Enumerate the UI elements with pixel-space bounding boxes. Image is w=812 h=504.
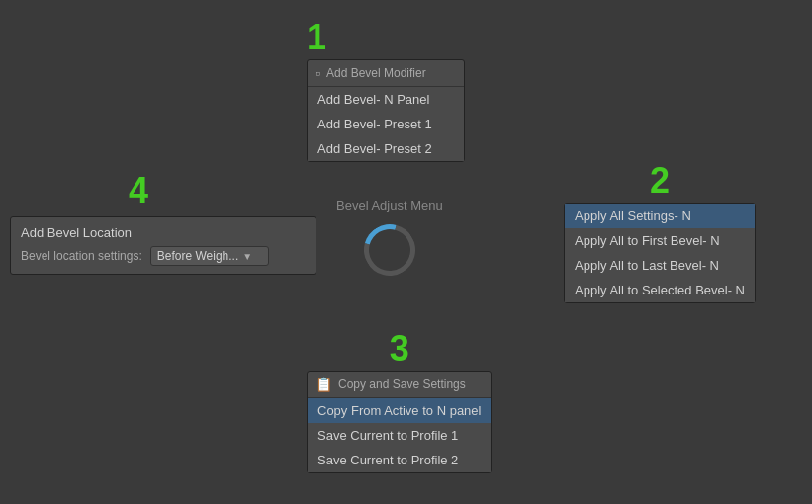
menu-item-add-bevel-preset1[interactable]: Add Bevel- Preset 1 [308, 112, 464, 136]
menu-item-apply-all-settings[interactable]: Apply All Settings- N [565, 204, 755, 228]
add-bevel-menu-header: ▫ Add Bevel Modifier [308, 60, 464, 86]
section-2: 2 Apply All Settings- N Apply All to Fir… [564, 163, 756, 303]
menu-item-apply-all-selected[interactable]: Apply All to Selected Bevel- N [565, 278, 755, 302]
step-4-number: 4 [129, 173, 316, 209]
menu-item-copy-from-active[interactable]: Copy From Active to N panel [308, 398, 491, 423]
menu-item-apply-all-last[interactable]: Apply All to Last Bevel- N [565, 253, 755, 278]
dropdown-value: Before Weigh... [157, 249, 239, 263]
copy-icon: 📋 [316, 377, 332, 392]
menu-item-add-bevel-n-panel[interactable]: Add Bevel- N Panel [308, 87, 464, 112]
spinner-icon [354, 214, 424, 285]
step-1-number: 1 [307, 20, 326, 55]
step-2-number: 2 [564, 163, 756, 199]
bevel-icon: ▫ [316, 65, 320, 81]
bevel-location-dropdown[interactable]: Before Weigh... ▼ [150, 246, 269, 266]
copy-save-menu: 📋 Copy and Save Settings Copy From Activ… [307, 371, 492, 473]
bevel-location-title: Add Bevel Location [21, 225, 306, 240]
section-3: 3 📋 Copy and Save Settings Copy From Act… [307, 331, 492, 473]
section-1: 1 ▫ Add Bevel Modifier Add Bevel- N Pane… [307, 20, 465, 162]
menu-item-add-bevel-preset2[interactable]: Add Bevel- Preset 2 [308, 136, 464, 161]
bevel-adjust-label: Bevel Adjust Menu [336, 198, 443, 212]
add-bevel-menu: ▫ Add Bevel Modifier Add Bevel- N Panel … [307, 59, 465, 162]
bevel-location-label: Bevel location settings: [21, 249, 142, 263]
menu-item-save-profile1[interactable]: Save Current to Profile 1 [308, 423, 491, 448]
chevron-down-icon: ▼ [242, 251, 252, 262]
menu-item-save-profile2[interactable]: Save Current to Profile 2 [308, 448, 491, 472]
bevel-location-panel: Add Bevel Location Bevel location settin… [10, 216, 316, 275]
section-4: 4 Add Bevel Location Bevel location sett… [10, 173, 316, 275]
step-3-number: 3 [307, 331, 492, 367]
copy-save-menu-header: 📋 Copy and Save Settings [308, 372, 491, 397]
apply-all-menu: Apply All Settings- N Apply All to First… [564, 203, 756, 303]
bevel-location-row: Bevel location settings: Before Weigh...… [21, 246, 306, 266]
menu-item-apply-all-first[interactable]: Apply All to First Bevel- N [565, 228, 755, 253]
bevel-adjust-menu: Bevel Adjust Menu [336, 198, 443, 276]
